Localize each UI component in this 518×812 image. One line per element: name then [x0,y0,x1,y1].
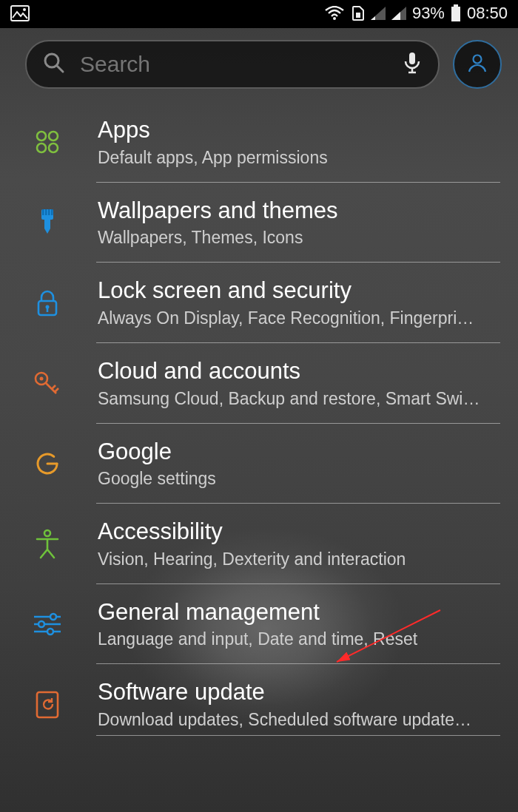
svg-rect-17 [42,209,44,215]
svg-point-13 [49,132,58,141]
settings-list: Apps Default apps, App permissions Wallp… [0,102,518,736]
svg-point-15 [49,143,58,152]
svg-rect-0 [11,6,29,21]
svg-rect-34 [37,692,58,717]
signal-1-icon [371,7,386,20]
svg-line-7 [57,66,63,72]
profile-button[interactable] [453,40,502,89]
brush-icon [27,208,68,237]
item-subtitle: Wallpapers, Themes, Icons [98,228,503,248]
person-icon [27,529,68,560]
item-title: General management [98,599,503,626]
item-subtitle: Language and input, Date and time, Reset [98,629,503,649]
svg-point-33 [47,629,53,635]
signal-2-icon [391,7,406,20]
svg-point-12 [37,132,46,141]
search-bar[interactable] [25,40,440,89]
settings-item-google[interactable]: Google Google settings [0,424,518,504]
svg-rect-18 [45,209,47,215]
profile-icon [466,52,488,77]
item-subtitle: Default apps, App permissions [98,148,503,168]
search-bar-container [0,27,518,102]
item-title: Apps [98,117,503,143]
item-title: Cloud and accounts [98,358,503,385]
svg-point-26 [40,377,44,381]
item-title: Lock screen and security [98,277,503,304]
settings-item-update[interactable]: Software update Download updates, Schedu… [0,664,518,736]
svg-point-31 [50,614,56,620]
svg-point-32 [38,621,44,627]
item-subtitle: Download updates, Scheduled software upd… [98,710,503,730]
item-title: Google [98,439,503,465]
item-title: Accessibility [98,518,503,545]
apps-grid-icon [27,129,68,155]
svg-point-14 [37,143,46,152]
svg-point-2 [333,17,336,20]
settings-item-cloud[interactable]: Cloud and accounts Samsung Cloud, Backup… [0,343,518,424]
google-g-icon [27,450,68,478]
sliders-icon [27,611,68,637]
svg-point-1 [23,8,26,11]
battery-percent: 93% [412,4,445,23]
mic-icon[interactable] [403,51,422,78]
settings-item-general[interactable]: General management Language and input, D… [0,584,518,665]
wifi-icon [325,6,344,21]
item-subtitle: Samsung Cloud, Backup and restore, Smart… [98,389,503,409]
search-icon [43,52,65,77]
item-subtitle: Vision, Hearing, Dexterity and interacti… [98,549,503,569]
svg-point-27 [44,530,50,536]
settings-item-wallpapers[interactable]: Wallpapers and themes Wallpapers, Themes… [0,183,518,263]
sim-icon [350,6,365,21]
svg-rect-4 [454,4,458,7]
search-input[interactable] [78,51,389,78]
svg-rect-20 [51,209,53,215]
svg-point-23 [46,305,50,308]
lock-icon [27,288,68,318]
svg-rect-3 [356,13,360,18]
status-bar: 93% 08:50 [0,0,518,27]
settings-item-apps[interactable]: Apps Default apps, App permissions [0,102,518,183]
update-icon [27,690,68,720]
item-subtitle: Always On Display, Face Recognition, Fin… [98,308,503,328]
battery-icon [451,4,461,22]
picture-icon [10,5,30,21]
svg-rect-8 [409,53,415,64]
settings-item-accessibility[interactable]: Accessibility Vision, Hearing, Dexterity… [0,504,518,584]
svg-point-11 [474,55,482,64]
svg-rect-5 [451,7,460,21]
clock: 08:50 [467,4,508,23]
item-title: Software update [98,679,503,706]
svg-rect-21 [44,220,50,224]
item-title: Wallpapers and themes [98,197,503,224]
svg-rect-19 [48,209,50,215]
item-subtitle: Google settings [98,469,503,489]
key-icon [27,368,68,398]
settings-item-lock[interactable]: Lock screen and security Always On Displ… [0,263,518,343]
